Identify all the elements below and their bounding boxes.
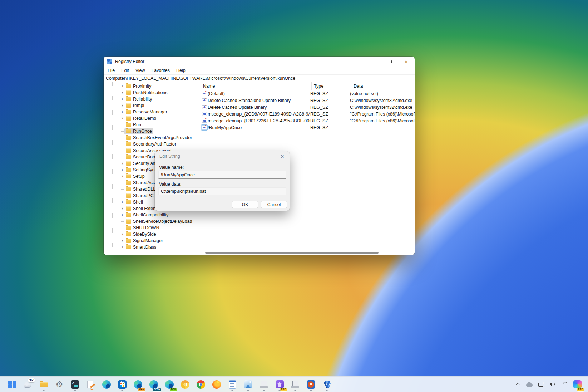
chevron-right-icon[interactable]: › <box>120 173 124 178</box>
taskbar-terminal[interactable] <box>70 377 80 392</box>
taskbar-edge-canary[interactable]: CAN <box>133 377 143 392</box>
tree-item-label: SharedPC <box>133 193 154 198</box>
chevron-right-icon[interactable]: › <box>120 109 124 114</box>
tree-item-content: SignalManager <box>124 238 164 244</box>
notepad-icon <box>229 380 236 389</box>
horizontal-scrollbar-thumb[interactable] <box>205 252 379 254</box>
taskbar-weather-widget[interactable]: 35° <box>23 377 33 392</box>
chevron-right-icon[interactable]: › <box>120 161 124 166</box>
value-data-input[interactable]: C:\temp\scripts\run.bat <box>158 187 286 195</box>
tray-network[interactable] <box>538 377 544 392</box>
value-row-runmyapponce[interactable]: ab!RunMyAppOnceREG_SZ <box>198 124 415 131</box>
tree-item-content: Security and <box>124 161 159 166</box>
tree-item-retaildemo[interactable]: ›RetailDemo <box>104 115 198 122</box>
chevron-right-icon[interactable]: › <box>120 103 124 108</box>
taskbar-remote-desktop[interactable] <box>306 377 316 392</box>
menu-help[interactable]: Help <box>173 68 189 73</box>
column-header-type[interactable]: Type <box>311 82 353 90</box>
tree-item-proximity[interactable]: ›Proximity <box>104 83 198 89</box>
taskbar-start[interactable] <box>7 377 17 392</box>
column-header-data[interactable]: Data <box>351 82 415 90</box>
tray-volume[interactable] <box>550 377 556 392</box>
folder-icon <box>126 129 131 133</box>
menu-favorites[interactable]: Favorites <box>148 68 173 73</box>
value-row-msedge-cleanup-2cd8a007-e189-409d-a2c8-9af[interactable]: abmsedge_cleanup_{2CD8A007-E189-409D-A2C… <box>198 111 415 117</box>
value-data: "C:\Program Files (x86)\Microsof <box>350 118 415 123</box>
copilot-icon <box>573 380 582 388</box>
dialog-close-button[interactable]: × <box>278 153 287 161</box>
value-name: msedge_cleanup_{2CD8A007-E189-409D-A2C8-… <box>208 112 310 117</box>
tree-item-signalmanager[interactable]: ›SignalManager <box>104 237 198 244</box>
value-row-delete-cached-update-binary[interactable]: abDelete Cached Update BinaryREG_SZC:\Wi… <box>198 104 415 111</box>
taskbar-microsoft-store[interactable] <box>117 377 127 392</box>
tree-item-content: RetailDemo <box>124 116 158 121</box>
taskbar-edge[interactable] <box>102 377 112 392</box>
tree-item-reliability[interactable]: ›Reliability <box>104 96 198 102</box>
minimize-button[interactable] <box>365 57 382 67</box>
close-button[interactable]: × <box>398 57 415 67</box>
tray-hidden-icons[interactable] <box>514 377 521 392</box>
chevron-right-icon[interactable]: › <box>120 116 124 121</box>
tray-notifications[interactable] <box>562 377 568 392</box>
ok-button[interactable]: OK <box>232 201 258 208</box>
maximize-button[interactable] <box>382 57 398 67</box>
tree-item-rempl[interactable]: ›rempl <box>104 102 198 109</box>
desktop[interactable]: Registry Editor × File Edit View Favorit… <box>0 0 588 392</box>
tree-item-shellserviceobjectdelayload[interactable]: ShellServiceObjectDelayLoad <box>104 218 198 225</box>
tree-item-sidebyside[interactable]: ›SideBySide <box>104 231 198 237</box>
tree-item-reservemanager[interactable]: ›ReserveManager <box>104 109 198 115</box>
chevron-right-icon[interactable]: › <box>120 244 124 249</box>
value-row-default[interactable]: ab(Default)REG_SZ(value not set) <box>198 90 415 97</box>
chevron-right-icon[interactable]: › <box>120 199 124 204</box>
value-row-msedge-cleanup-f3017226-fe2a-4295-8bdf-00c3[interactable]: abmsedge_cleanup_{F3017226-FE2A-4295-8BD… <box>198 117 415 124</box>
tree-item-run[interactable]: Run <box>104 122 198 128</box>
tray-copilot[interactable]: PRE <box>573 377 582 392</box>
taskbar-edge-beta[interactable]: BETA <box>149 377 159 392</box>
tree-item-secondaryauthfactor[interactable]: SecondaryAuthFactor <box>104 141 198 147</box>
value-name-input[interactable]: !RunMyAppOnce <box>158 171 286 179</box>
taskbar-photos[interactable] <box>243 377 253 392</box>
tree-item-label: PushNotifications <box>133 90 168 95</box>
tree-item-content: Shell Extens <box>124 206 159 211</box>
tree-item-shellcompatibility[interactable]: ›ShellCompatibility <box>104 212 198 218</box>
chevron-right-icon[interactable]: › <box>120 206 124 211</box>
chevron-right-icon[interactable]: › <box>120 96 124 101</box>
taskbar-settings[interactable]: ⚙ <box>54 377 64 392</box>
menu-file[interactable]: File <box>104 68 118 73</box>
tree-connector <box>120 221 124 222</box>
chevron-right-icon[interactable]: › <box>120 212 124 217</box>
taskbar-system-tool[interactable] <box>86 377 96 392</box>
taskbar-vm-connection[interactable] <box>259 377 269 392</box>
taskbar-registry-editor[interactable] <box>322 377 332 392</box>
tree-item-smartglass[interactable]: ›SmartGlass <box>104 244 198 250</box>
value-data: C:\Windows\system32\cmd.exe <box>350 98 415 103</box>
taskbar-dev-home[interactable]: PRE <box>275 377 285 392</box>
tree-item-shutdown[interactable]: SHUTDOWN <box>104 225 198 231</box>
tree-item-pushnotifications[interactable]: ›PushNotifications <box>104 89 198 96</box>
taskbar-firefox[interactable] <box>212 377 222 392</box>
chevron-right-icon[interactable]: › <box>120 83 124 88</box>
tree-item-content: SharedPC <box>124 193 155 199</box>
chevron-right-icon[interactable]: › <box>120 238 124 243</box>
badge-dev: DEV <box>170 388 177 391</box>
taskbar-edge-dev[interactable]: DEV <box>164 377 174 392</box>
tray-onedrive[interactable] <box>526 377 533 392</box>
chevron-right-icon[interactable]: › <box>120 167 124 172</box>
tree-item-searchboxeventargsprovider[interactable]: SearchBoxEventArgsProvider <box>104 134 198 141</box>
tree-item-content: SettingSync <box>124 167 158 173</box>
tree-item-runonce[interactable]: RunOnce <box>104 128 198 134</box>
taskbar-chrome[interactable] <box>196 377 206 392</box>
taskbar-notepad[interactable] <box>227 377 237 392</box>
taskbar-file-explorer[interactable] <box>39 377 49 392</box>
chevron-right-icon[interactable]: › <box>120 231 124 236</box>
value-row-delete-cached-standalone-update-binary[interactable]: abDelete Cached Standalone Update Binary… <box>198 97 415 104</box>
chevron-right-icon[interactable]: › <box>120 90 124 95</box>
menu-edit[interactable]: Edit <box>118 68 132 73</box>
taskbar-vm-connection-2[interactable] <box>290 377 300 392</box>
taskbar-chrome-canary[interactable] <box>180 377 190 392</box>
edge-icon <box>165 380 174 389</box>
menu-view[interactable]: View <box>132 68 148 73</box>
cancel-button[interactable]: Cancel <box>261 201 287 208</box>
column-header-name[interactable]: Name <box>203 84 313 89</box>
address-bar[interactable]: Computer\HKEY_LOCAL_MACHINE\SOFTWARE\Mic… <box>104 74 415 82</box>
